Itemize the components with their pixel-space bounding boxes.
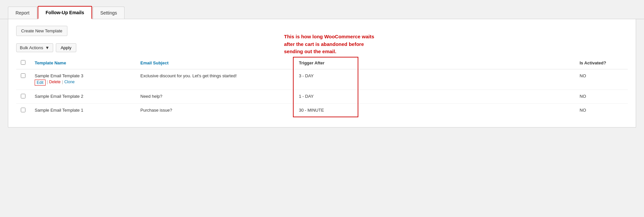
delete-button-3[interactable]: Delete xyxy=(49,80,61,86)
trigger-after-cell-3: 3 - DAY xyxy=(294,69,360,90)
main-content: This is how long WooCommerce waits after… xyxy=(8,19,636,127)
email-subject-cell-1: Purchase issue? xyxy=(136,104,294,118)
spacer-cell-2 xyxy=(360,90,575,104)
row-checkbox-1[interactable] xyxy=(21,108,25,112)
annotation-line1: This is how long WooCommerce waits xyxy=(284,33,374,41)
select-all-checkbox[interactable] xyxy=(21,60,25,65)
row-checkbox-cell xyxy=(16,69,30,90)
spacer-cell-1 xyxy=(360,104,575,118)
table-row: Sample Email Template 3 Edit | Delete | … xyxy=(16,69,628,90)
template-name-cell: Sample Email Template 1 xyxy=(30,104,136,118)
spacer-cell-3 xyxy=(360,69,575,90)
template-name-cell: Sample Email Template 3 Edit | Delete | … xyxy=(30,69,136,90)
col-header-email-subject[interactable]: Email Subject xyxy=(136,57,294,69)
table-wrapper: Template Name Email Subject Trigger Afte… xyxy=(16,57,628,117)
trigger-after-cell-2: 1 - DAY xyxy=(294,90,360,104)
create-new-template-button[interactable]: Create New Template xyxy=(16,26,67,36)
annotation-line2: after the cart is abandoned before xyxy=(284,41,374,48)
is-activated-cell-3: NO xyxy=(575,69,628,90)
tab-report[interactable]: Report xyxy=(8,7,37,19)
col-header-check xyxy=(16,57,30,69)
col-header-is-activated: Is Activated? xyxy=(575,57,628,69)
bulk-actions-label: Bulk Actions xyxy=(20,45,43,50)
tabs-bar: Report Follow-Up Emails Settings xyxy=(0,0,644,19)
bulk-actions-chevron-icon: ▼ xyxy=(45,45,50,50)
row-checkbox-cell xyxy=(16,90,30,104)
row-checkbox-cell xyxy=(16,104,30,118)
col-header-template-name[interactable]: Template Name xyxy=(30,57,136,69)
email-subject-cell-2: Need help? xyxy=(136,90,294,104)
col-header-trigger-after: Trigger After xyxy=(294,57,360,69)
tab-follow-up-emails[interactable]: Follow-Up Emails xyxy=(38,6,92,19)
annotation-box: This is how long WooCommerce waits after… xyxy=(284,33,374,55)
row-actions-3: Edit | Delete | Clone xyxy=(35,80,131,86)
is-activated-cell-2: NO xyxy=(575,90,628,104)
template-name-cell: Sample Email Template 2 xyxy=(30,90,136,104)
bulk-actions-select[interactable]: Bulk Actions ▼ xyxy=(16,43,53,52)
email-subject-cell-3: Exclusive discount for you. Let's get th… xyxy=(136,69,294,90)
clone-button-3[interactable]: Clone xyxy=(64,80,75,86)
row-checkbox-2[interactable] xyxy=(21,94,25,98)
row-checkbox-3[interactable] xyxy=(21,73,25,78)
apply-button[interactable]: Apply xyxy=(56,43,77,52)
template-name-1: Sample Email Template 1 xyxy=(35,108,131,113)
trigger-after-cell-1: 30 - MINUTE xyxy=(294,104,360,118)
table-row: Sample Email Template 2 Need help? 1 - D… xyxy=(16,90,628,104)
annotation-line3: sending out the email. xyxy=(284,48,374,55)
email-table: Template Name Email Subject Trigger Afte… xyxy=(16,57,628,117)
edit-button-3[interactable]: Edit xyxy=(35,80,46,86)
template-name-2: Sample Email Template 2 xyxy=(35,94,131,99)
table-row: Sample Email Template 1 Purchase issue? … xyxy=(16,104,628,118)
is-activated-cell-1: NO xyxy=(575,104,628,118)
col-header-spacer xyxy=(360,57,575,69)
tab-settings[interactable]: Settings xyxy=(93,7,125,19)
template-name-3: Sample Email Template 3 xyxy=(35,73,131,78)
